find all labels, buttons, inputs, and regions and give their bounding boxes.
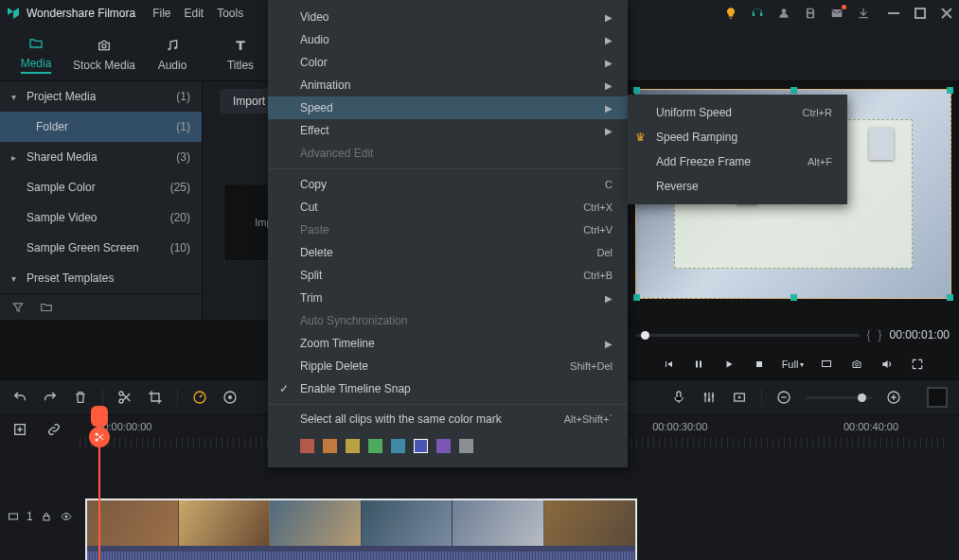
zoom-slider[interactable] xyxy=(806,396,872,399)
menubar-tools[interactable]: Tools xyxy=(217,7,243,20)
link-button[interactable] xyxy=(45,421,62,438)
context-menu-item[interactable]: Color▶ xyxy=(268,51,628,74)
add-track-button[interactable] xyxy=(11,421,28,438)
zoom-in-button[interactable] xyxy=(885,389,902,406)
context-menu-item[interactable]: DeleteDel xyxy=(268,241,628,264)
menubar-edit[interactable]: Edit xyxy=(185,7,204,20)
submenu-item[interactable]: Add Freeze FrameAlt+F xyxy=(628,149,847,174)
redo-button[interactable] xyxy=(42,389,59,406)
audio-mixer-button[interactable] xyxy=(701,389,718,406)
color-swatch[interactable] xyxy=(300,439,314,453)
context-menu-item[interactable]: Video▶ xyxy=(268,6,628,28)
undo-button[interactable] xyxy=(11,389,28,406)
sidebar-item-folder[interactable]: Folder (1) xyxy=(0,112,202,142)
context-menu-item[interactable]: ✓Enable Timeline Snap xyxy=(268,377,628,400)
submenu-item[interactable]: ♛Speed Ramping xyxy=(628,125,847,149)
resize-handle[interactable] xyxy=(947,87,953,94)
lightbulb-icon[interactable] xyxy=(724,7,737,20)
submenu-item[interactable]: Reverse xyxy=(628,174,847,199)
prev-frame-button[interactable] xyxy=(661,357,676,372)
color-swatch[interactable] xyxy=(436,439,451,453)
context-menu-item[interactable]: SplitCtrl+B xyxy=(268,264,628,287)
context-menu-item[interactable]: Audio▶ xyxy=(268,28,628,51)
color-swatch[interactable] xyxy=(414,439,428,453)
play-button[interactable] xyxy=(721,357,737,372)
context-menu-item[interactable]: Effect▶ xyxy=(268,119,628,142)
resize-handle[interactable] xyxy=(790,87,797,94)
preview-controls: Full ▾ xyxy=(627,349,959,379)
resize-handle[interactable] xyxy=(633,87,640,94)
resize-handle[interactable] xyxy=(790,294,797,301)
color-swatch[interactable] xyxy=(346,439,360,453)
fullscreen-button[interactable] xyxy=(910,357,925,372)
speed-button[interactable] xyxy=(191,389,208,406)
sidebar-item-sample-color[interactable]: Sample Color (25) xyxy=(0,172,202,202)
context-menu-item[interactable]: Ripple DeleteShift+Del xyxy=(268,355,628,377)
play-pause-button[interactable] xyxy=(691,357,706,372)
quality-dropdown[interactable]: Full ▾ xyxy=(782,359,805,370)
zoom-out-button[interactable] xyxy=(775,389,792,406)
sidebar-item-sample-green[interactable]: Sample Green Screen (10) xyxy=(0,233,202,263)
filter-icon[interactable] xyxy=(11,301,25,314)
preview-seek-slider[interactable] xyxy=(636,334,860,337)
snapshot-button[interactable] xyxy=(849,357,864,372)
context-menu-item[interactable]: Select all clips with the same color mar… xyxy=(268,409,628,429)
sidebar-item-shared-media[interactable]: ▸ Shared Media (3) xyxy=(0,142,202,172)
maximize-button[interactable] xyxy=(914,7,927,20)
playhead-split-button[interactable] xyxy=(89,427,110,447)
resize-handle[interactable] xyxy=(947,294,953,301)
playhead-handle[interactable] xyxy=(91,406,108,427)
crop-button[interactable] xyxy=(147,389,164,406)
menubar-file[interactable]: File xyxy=(152,7,170,20)
tab-stock-media[interactable]: Stock Media xyxy=(70,36,138,72)
download-icon[interactable] xyxy=(857,7,870,20)
color-swatch[interactable] xyxy=(391,439,405,453)
brace-close: } xyxy=(879,328,882,341)
color-swatch[interactable] xyxy=(323,439,337,453)
color-button[interactable] xyxy=(222,389,239,406)
delete-button[interactable] xyxy=(72,389,89,406)
preview-timecode: 00:00:01:00 xyxy=(890,328,950,341)
svg-point-15 xyxy=(708,398,711,401)
stop-button[interactable] xyxy=(752,357,767,372)
account-icon[interactable] xyxy=(777,7,790,20)
marker-button[interactable] xyxy=(731,389,748,406)
tab-titles[interactable]: Titles xyxy=(206,36,275,72)
resize-handle[interactable] xyxy=(633,294,640,301)
color-swatch[interactable] xyxy=(368,439,382,453)
minimize-button[interactable] xyxy=(887,7,900,20)
color-swatch[interactable] xyxy=(459,439,473,453)
sidebar-item-preset-templates[interactable]: ▾ Preset Templates xyxy=(0,263,202,293)
close-button[interactable] xyxy=(940,7,953,20)
sidebar-item-sample-video[interactable]: Sample Video (20) xyxy=(0,202,202,233)
context-menu-item[interactable]: Trim▶ xyxy=(268,287,628,309)
context-menu-item[interactable]: Animation▶ xyxy=(268,74,628,96)
track-lock-icon[interactable] xyxy=(41,511,52,522)
context-menu-item[interactable]: CopyC xyxy=(268,173,628,196)
new-folder-icon[interactable] xyxy=(40,301,53,314)
split-button[interactable] xyxy=(116,389,133,406)
playhead[interactable] xyxy=(98,415,100,560)
mail-icon[interactable] xyxy=(830,7,844,20)
volume-button[interactable] xyxy=(879,357,895,372)
app-title: Wondershare Filmora xyxy=(27,7,135,20)
headphones-icon[interactable] xyxy=(751,7,764,20)
tab-media[interactable]: Media xyxy=(2,34,70,74)
clip-video-track xyxy=(87,500,635,546)
sidebar-item-project-media[interactable]: ▾ Project Media (1) xyxy=(0,81,202,112)
timeline-clip[interactable]: Wondershare Filmora 11 More xyxy=(85,499,637,560)
save-icon[interactable] xyxy=(804,7,817,20)
zoom-to-fit-button[interactable] xyxy=(927,387,948,408)
context-menu-item[interactable]: Speed▶ xyxy=(268,96,628,119)
context-menu-item[interactable]: CutCtrl+X xyxy=(268,196,628,219)
submenu-item[interactable]: Uniform SpeedCtrl+R xyxy=(628,100,847,125)
sidebar-count: (25) xyxy=(170,181,190,194)
tab-audio[interactable]: Audio xyxy=(138,36,206,72)
track-visibility-icon[interactable] xyxy=(60,511,73,522)
display-mode-button[interactable] xyxy=(819,357,834,372)
voiceover-button[interactable] xyxy=(670,389,687,406)
submenu-label: Add Freeze Frame xyxy=(656,155,808,168)
chevron-right-icon: ▶ xyxy=(605,339,613,349)
chevron-right-icon: ▶ xyxy=(605,12,613,23)
context-menu-item[interactable]: Zoom Timeline▶ xyxy=(268,332,628,355)
